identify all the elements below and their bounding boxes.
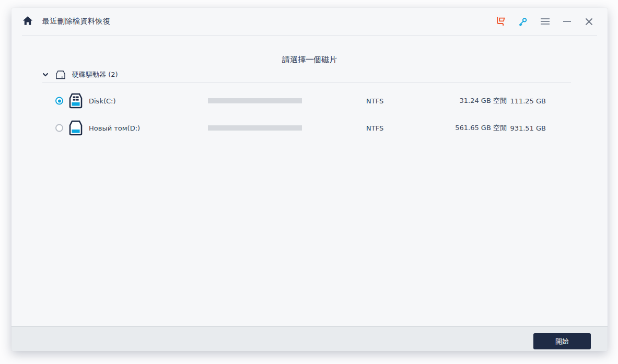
drive-group-label: 硬碟驅動器 (2) <box>72 70 118 79</box>
titlebar: 最近刪除檔資料恢復 <box>11 8 608 35</box>
app-window: 最近刪除檔資料恢復 <box>11 8 608 351</box>
filesystem-label: NTFS <box>366 124 383 132</box>
group-divider <box>42 82 571 83</box>
menu-icon[interactable] <box>540 17 550 26</box>
total-space-label: 111.25 GB <box>510 97 546 105</box>
radio-selected[interactable] <box>55 97 63 105</box>
free-space-label: 31.24 GB 空閒 <box>460 96 507 105</box>
drive-group-header[interactable]: 硬碟驅動器 (2) <box>43 68 118 81</box>
start-button[interactable]: 開始 <box>533 333 591 349</box>
usage-bar <box>208 125 302 131</box>
disk-row-c[interactable]: Disk(C:) NTFS 31.24 GB 空閒 111.25 GB <box>11 87 608 114</box>
disk-name: Disk(C:) <box>89 97 116 105</box>
close-icon[interactable] <box>584 17 593 26</box>
footer-bar: 開始 <box>11 326 608 351</box>
system-disk-icon <box>69 93 83 109</box>
data-disk-icon <box>69 120 83 136</box>
page-title: 最近刪除檔資料恢復 <box>42 17 111 26</box>
hard-drive-outline-icon <box>55 70 66 79</box>
titlebar-divider <box>22 35 597 36</box>
usage-bar <box>208 98 302 103</box>
disk-row-d[interactable]: Новый том(D:) NTFS 561.65 GB 空閒 931.51 G… <box>11 114 608 142</box>
total-space-label: 931.51 GB <box>510 124 546 132</box>
titlebar-actions <box>496 17 593 26</box>
disk-name: Новый том(D:) <box>89 124 140 132</box>
minimize-icon[interactable] <box>562 17 572 26</box>
filesystem-label: NTFS <box>366 97 383 105</box>
cart-icon[interactable] <box>496 17 506 26</box>
free-space-label: 561.65 GB 空閒 <box>455 123 507 133</box>
select-disk-heading: 請選擇一個磁片 <box>11 55 608 65</box>
radio-unselected[interactable] <box>55 124 63 132</box>
home-icon <box>22 16 33 28</box>
chevron-down-icon[interactable] <box>43 72 48 77</box>
home-button[interactable] <box>22 16 33 27</box>
key-icon[interactable] <box>518 17 528 26</box>
